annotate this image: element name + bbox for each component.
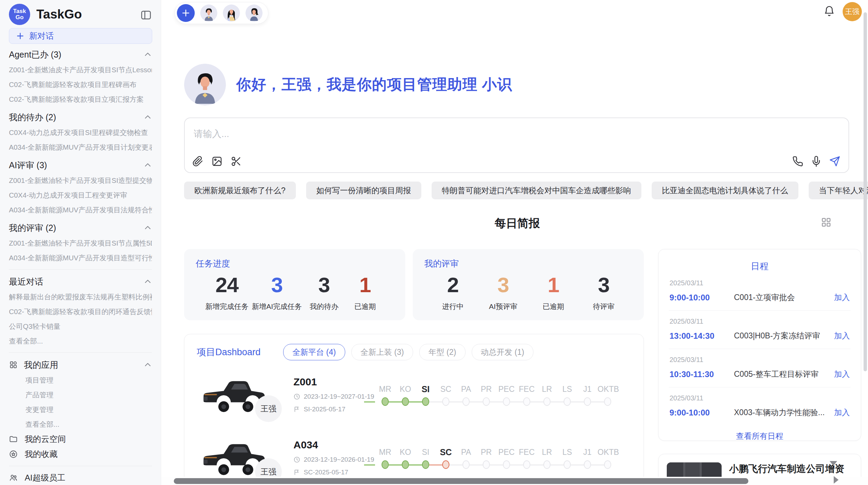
milestone-node[interactable] <box>442 397 449 406</box>
sidebar-collapse-icon[interactable] <box>140 9 152 20</box>
milestone-label: SC <box>436 446 456 460</box>
sidebar-item[interactable]: 查看全部... <box>9 417 152 432</box>
milestone-node[interactable] <box>523 460 530 469</box>
sidebar-item[interactable]: C0X4-动力总成开发项目工程变更评审 <box>9 188 152 202</box>
avatar[interactable] <box>223 4 240 22</box>
milestone-node[interactable] <box>584 460 591 469</box>
stat-card-title: 我的评审 <box>424 258 632 269</box>
horizontal-scrollbar[interactable] <box>174 478 748 484</box>
sidebar-item[interactable]: 产品管理 <box>9 387 152 402</box>
view-all-schedule-link[interactable]: 查看所有日程 <box>669 431 851 442</box>
user-avatar[interactable]: 王强 <box>843 2 862 21</box>
sidebar-item[interactable]: 公司Q3轻卡销量 <box>9 319 152 334</box>
sidebar-group-header[interactable]: 最近对话 <box>9 274 152 289</box>
dashboard-tab[interactable]: 全新平台 (4) <box>283 344 345 360</box>
milestone-node[interactable] <box>543 397 551 406</box>
sidebar-item[interactable]: Z001-全新燃油轻卡产品开发项目SI节点属性5D文件评审 <box>9 236 152 250</box>
sidebar-item[interactable]: C02-飞腾新能源轻客改款项目的闭环通告反馈情况 <box>9 304 152 319</box>
sidebar-item[interactable]: Z001-全新燃油皮卡产品开发项目SI节点Lesson Learn报告 <box>9 62 152 77</box>
suggestion-chip[interactable]: 当下年轻人对汽车外观有怎样的喜好趋势 <box>809 182 868 199</box>
sidebar-group-header[interactable]: 我的待办 (2) <box>9 109 152 125</box>
chat-input[interactable]: 请输入... <box>184 117 849 173</box>
stat-item: 3AI预评审 <box>484 273 522 311</box>
vertical-scrollbar[interactable] <box>864 12 867 371</box>
milestone-node[interactable] <box>462 460 470 469</box>
event-time: 9:00-10:00 <box>670 293 734 302</box>
milestone-node[interactable] <box>483 460 490 469</box>
join-event-link[interactable]: 加入 <box>834 292 850 303</box>
sidebar-item[interactable]: 项目管理 <box>9 373 152 387</box>
sidebar-item[interactable]: 变更管理 <box>9 402 152 417</box>
avatar[interactable] <box>200 4 217 22</box>
join-event-link[interactable]: 加入 <box>834 407 850 418</box>
milestone-node[interactable] <box>402 397 409 406</box>
layout-grid-icon[interactable] <box>821 217 831 227</box>
add-agent-button[interactable] <box>177 4 195 22</box>
phone-icon[interactable] <box>792 156 803 167</box>
milestone-station: FEC <box>517 383 537 407</box>
sidebar-group-header[interactable]: 我的评审 (2) <box>9 220 152 236</box>
sidebar-item[interactable]: Z001-全新燃油轻卡产品开发项目SI造型提交物评审 <box>9 173 152 188</box>
avatar[interactable] <box>245 4 263 22</box>
milestone-timeline: MRKOSISCPAPRPECFECLRLSJ1OKTB <box>375 382 626 407</box>
schedule-event-row: 2025/03/1113:00-14:30C003|H0B-方案冻结评审加入 <box>669 311 851 349</box>
paperclip-icon[interactable] <box>192 156 203 167</box>
sidebar-item[interactable]: 查看全部... <box>9 334 152 348</box>
join-event-link[interactable]: 加入 <box>834 369 850 380</box>
sidebar-group-header[interactable]: Agent已办 (3) <box>9 47 152 62</box>
scroll-right-arrow-icon[interactable] <box>834 476 839 484</box>
project-rows: 王强Z0012023-12-19~2027-01-19SI-2025-05-17… <box>184 362 643 485</box>
milestone-node[interactable] <box>604 397 611 406</box>
milestone-node[interactable] <box>523 397 530 406</box>
milestone-node[interactable] <box>483 397 490 406</box>
milestone-node[interactable] <box>564 397 571 406</box>
milestone-node[interactable] <box>382 397 389 406</box>
milestone-label: J1 <box>577 383 598 397</box>
send-icon[interactable] <box>829 156 840 167</box>
sidebar-item[interactable]: A034-全新新能源MUV产品开发项目计划变更表编写 <box>9 140 152 154</box>
sidebar-item[interactable]: A034-全新新能源MUV产品开发项目法规符合性评审 <box>9 202 152 217</box>
sidebar-link-folder[interactable]: 我的云空间 <box>0 432 161 447</box>
image-icon[interactable] <box>212 156 222 167</box>
suggestion-chip[interactable]: 如何写一份清晰的项目周报 <box>306 182 421 199</box>
suggestion-chip[interactable]: 特朗普可能对进口汽车增税会对中国车企造成哪些影响 <box>432 182 641 199</box>
sidebar-item[interactable]: C02-飞腾新能源轻客改款项目里程碑画布 <box>9 77 152 92</box>
sidebar-group-header[interactable]: 我的应用 <box>9 357 152 373</box>
milestone-node[interactable] <box>503 460 510 469</box>
sidebar-item[interactable]: C02-飞腾新能源轻客改款项目立项汇报方案 <box>9 92 152 107</box>
milestone-node[interactable] <box>422 460 429 469</box>
join-event-link[interactable]: 加入 <box>834 331 850 341</box>
milestone-node[interactable] <box>584 397 591 406</box>
dashboard-tab[interactable]: 年型 (2) <box>419 344 466 360</box>
new-chat-button[interactable]: 新对话 <box>9 28 152 44</box>
milestone-station: PA <box>456 446 476 470</box>
project-dates: 2023-12-19~2027-01-19 <box>304 393 374 400</box>
dashboard-tab[interactable]: 动总开发 (1) <box>472 344 534 360</box>
milestone-node[interactable] <box>462 397 470 406</box>
sidebar-item[interactable]: 解释最新出台的欧盟报废车法规再生塑料比例被调至15%... <box>9 289 152 304</box>
sidebar-item[interactable]: A034-全新新能源MUV产品开发项目造型可行性评审 <box>9 250 152 265</box>
sidebar-tool-item[interactable]: AI超级员工 <box>0 470 161 485</box>
milestone-node[interactable] <box>422 397 429 406</box>
horizontal-scrollbar-track <box>161 477 868 485</box>
milestone-node[interactable] <box>442 460 449 469</box>
milestone-node[interactable] <box>604 460 611 469</box>
milestone-node[interactable] <box>382 460 389 469</box>
suggestion-chip[interactable]: 比亚迪全固态电池计划具体说了什么 <box>652 182 798 199</box>
sidebar-group-header[interactable]: AI评审 (3) <box>9 157 152 173</box>
scissors-icon[interactable] <box>231 156 242 167</box>
sidebar-link-star-badge[interactable]: 我的收藏 <box>0 447 161 462</box>
event-name: C003|H0B-方案冻结评审 <box>734 331 830 341</box>
mic-icon[interactable] <box>811 156 822 167</box>
milestone-node[interactable] <box>564 460 571 469</box>
sidebar-item[interactable]: C0X4-动力总成开发项目SI里程碑提交物检查 <box>9 125 152 140</box>
milestone-station: KO <box>395 383 415 407</box>
milestone-node[interactable] <box>402 460 409 469</box>
milestone-node[interactable] <box>503 397 510 406</box>
dashboard-tab[interactable]: 全新上装 (3) <box>351 344 413 360</box>
milestone-station: SC <box>436 446 456 470</box>
scroll-down-arrow-icon[interactable] <box>830 461 837 466</box>
suggestion-chip[interactable]: 欧洲新规最近颁布了什么? <box>184 182 296 199</box>
milestone-node[interactable] <box>543 460 551 469</box>
bell-icon[interactable] <box>823 5 835 17</box>
